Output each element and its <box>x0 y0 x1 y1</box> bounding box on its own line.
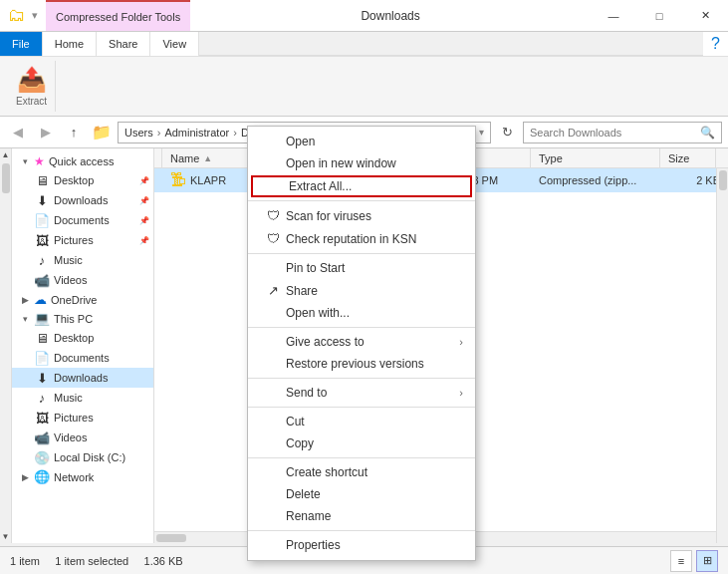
extract-icon: 📤 <box>17 66 47 94</box>
this-pc-expand: ▾ <box>20 314 30 324</box>
pictures-icon-quick: 🖼 <box>34 232 50 248</box>
app-icon: 🗂 <box>8 5 26 26</box>
sidebar-quick-access[interactable]: ▾ ★ Quick access <box>12 152 153 170</box>
pin-icon-downloads: 📌 <box>139 196 149 205</box>
minimize-button[interactable]: — <box>591 0 636 32</box>
sidebar-item-pictures-pc[interactable]: 🖼 Pictures <box>12 408 153 428</box>
ctx-divider-5 <box>248 407 475 408</box>
give-access-arrow: › <box>459 336 463 348</box>
ribbon-tab-file[interactable]: File <box>0 32 43 56</box>
sidebar-item-desktop-pc[interactable]: 🖥 Desktop <box>12 328 153 348</box>
ctx-open-new-window[interactable]: Open in new window <box>248 152 475 174</box>
sidebar-item-music-pc[interactable]: ♪ Music <box>12 388 153 408</box>
scroll-up-arrow[interactable]: ▲ <box>0 148 11 161</box>
path-sep-1: › <box>157 127 161 139</box>
scroll-thumb <box>2 163 10 193</box>
desktop-icon-quick: 🖥 <box>34 172 50 188</box>
computer-icon: 💻 <box>34 311 50 326</box>
sidebar-item-documents-quick[interactable]: 📄 Documents 📌 <box>12 210 153 230</box>
ribbon-extract-group: 📤 Extract <box>8 61 56 112</box>
folder-icon: 📁 <box>90 121 114 144</box>
ctx-divider-2 <box>248 253 475 254</box>
file-hscroll-thumb <box>156 534 186 542</box>
network-icon: 🌐 <box>34 469 50 484</box>
ctx-copy[interactable]: Copy <box>248 432 475 454</box>
refresh-button[interactable]: ↻ <box>495 122 519 144</box>
ctx-scan-viruses[interactable]: 🛡 Scan for viruses <box>248 204 475 227</box>
network-expand: ▶ <box>20 472 30 482</box>
ctx-divider-3 <box>248 327 475 328</box>
file-list-scrollbar[interactable] <box>716 168 728 543</box>
local-disk-icon: 💿 <box>34 449 50 465</box>
search-input[interactable] <box>530 127 700 139</box>
ribbon-tab-bar: File Home Share View ? <box>0 32 728 56</box>
ribbon-tab-home[interactable]: Home <box>43 32 97 56</box>
window-title: Downloads <box>190 9 591 23</box>
col-header-size[interactable]: Size <box>660 148 716 167</box>
ctx-divider-1 <box>248 200 475 201</box>
details-view-button[interactable]: ≡ <box>670 550 692 572</box>
sidebar-item-videos-pc[interactable]: 📹 Videos <box>12 428 153 447</box>
ribbon-tab-share[interactable]: Share <box>97 32 150 56</box>
music-icon-pc: ♪ <box>34 390 50 406</box>
ctx-pin-start[interactable]: Pin to Start <box>248 257 475 279</box>
pin-icon-desktop: 📌 <box>139 176 149 185</box>
ctx-divider-7 <box>248 530 475 531</box>
ctx-restore-versions[interactable]: Restore previous versions <box>248 353 475 375</box>
sidebar-network[interactable]: ▶ 🌐 Network <box>12 467 153 486</box>
help-button[interactable]: ? <box>703 32 728 56</box>
sidebar-item-downloads-pc[interactable]: ⬇ Downloads <box>12 368 153 388</box>
share-icon: ↗ <box>264 283 282 298</box>
back-button[interactable]: ◀ <box>6 121 30 144</box>
ctx-rename[interactable]: Rename <box>248 505 475 527</box>
ctx-open[interactable]: Open <box>248 131 475 152</box>
forward-button[interactable]: ▶ <box>34 121 58 144</box>
ctx-share[interactable]: ↗ Share <box>248 279 475 302</box>
shield-icon-2: 🛡 <box>264 231 282 246</box>
ribbon-tab-view[interactable]: View <box>150 32 199 56</box>
sidebar-this-pc[interactable]: ▾ 💻 This PC <box>12 309 153 328</box>
sidebar-item-desktop-quick[interactable]: 🖥 Desktop 📌 <box>12 170 153 190</box>
col-header-type[interactable]: Type <box>531 148 660 167</box>
path-dropdown[interactable]: ▾ <box>479 127 484 138</box>
star-icon: ★ <box>34 154 45 168</box>
ctx-divider-6 <box>248 457 475 458</box>
path-users[interactable]: Users <box>124 127 153 139</box>
ctx-send-to[interactable]: Send to › <box>248 382 475 404</box>
onedrive-icon: ☁ <box>34 292 47 307</box>
status-view-buttons: ≡ ⊞ <box>670 550 718 572</box>
ctx-delete[interactable]: Delete <box>248 483 475 505</box>
onedrive-expand: ▶ <box>20 295 30 305</box>
large-icons-view-button[interactable]: ⊞ <box>696 550 718 572</box>
path-sep-2: › <box>233 127 237 139</box>
ctx-create-shortcut[interactable]: Create shortcut <box>248 461 475 483</box>
ctx-give-access[interactable]: Give access to › <box>248 331 475 353</box>
sidebar-onedrive[interactable]: ▶ ☁ OneDrive <box>12 290 153 309</box>
sidebar-item-local-disk[interactable]: 💿 Local Disk (C:) <box>12 447 153 467</box>
sidebar-scroll-bar[interactable]: ▲ ▼ <box>0 148 12 543</box>
documents-icon-pc: 📄 <box>34 350 50 366</box>
scroll-down-arrow[interactable]: ▼ <box>0 530 11 543</box>
shield-icon-1: 🛡 <box>264 208 282 223</box>
ctx-cut[interactable]: Cut <box>248 411 475 432</box>
sidebar-item-pictures-quick[interactable]: 🖼 Pictures 📌 <box>12 230 153 250</box>
sidebar-item-downloads-quick[interactable]: ⬇ Downloads 📌 <box>12 190 153 210</box>
ctx-properties[interactable]: Properties <box>248 534 475 556</box>
ctx-divider-4 <box>248 378 475 379</box>
tab-compressed-folder-tools[interactable]: Compressed Folder Tools <box>46 0 190 31</box>
ctx-open-with[interactable]: Open with... <box>248 302 475 324</box>
ctx-check-reputation[interactable]: 🛡 Check reputation in KSN <box>248 227 475 250</box>
sidebar-item-documents-pc[interactable]: 📄 Documents <box>12 348 153 368</box>
maximize-button[interactable]: □ <box>636 0 682 32</box>
search-box[interactable]: 🔍 <box>523 122 722 144</box>
sidebar-item-music-quick[interactable]: ♪ Music <box>12 250 153 270</box>
ribbon: File Home Share View ? 📤 Extract <box>0 32 728 117</box>
up-button[interactable]: ↑ <box>62 121 86 144</box>
path-administrator[interactable]: Administrator <box>164 127 229 139</box>
close-button[interactable]: ✕ <box>682 0 728 32</box>
sort-arrow: ▲ <box>203 153 212 163</box>
downloads-icon-pc: ⬇ <box>34 370 50 386</box>
ctx-extract-all[interactable]: Extract All... <box>251 175 472 197</box>
quick-access-expand: ▾ <box>20 156 30 166</box>
sidebar-item-videos-quick[interactable]: 📹 Videos <box>12 270 153 290</box>
